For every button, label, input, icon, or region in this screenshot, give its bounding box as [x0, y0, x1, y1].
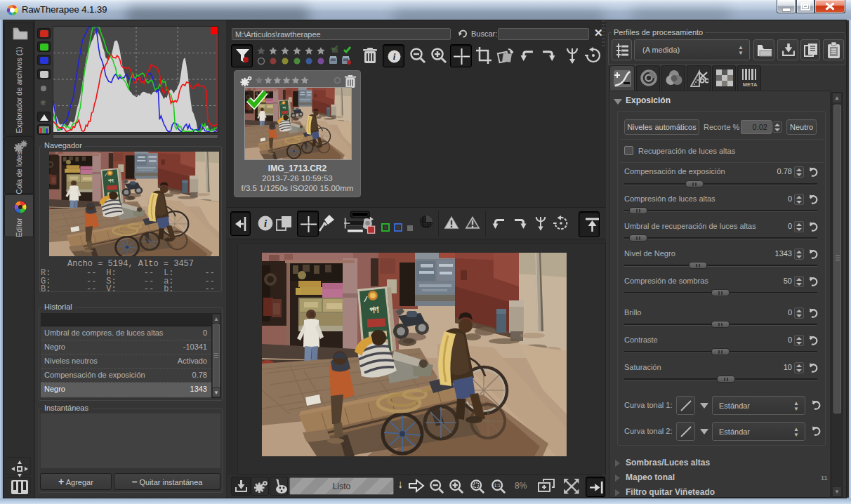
svg-text:META: META: [743, 81, 758, 87]
svg-text:i: i: [393, 51, 396, 62]
svg-text:1:1: 1:1: [494, 483, 501, 488]
